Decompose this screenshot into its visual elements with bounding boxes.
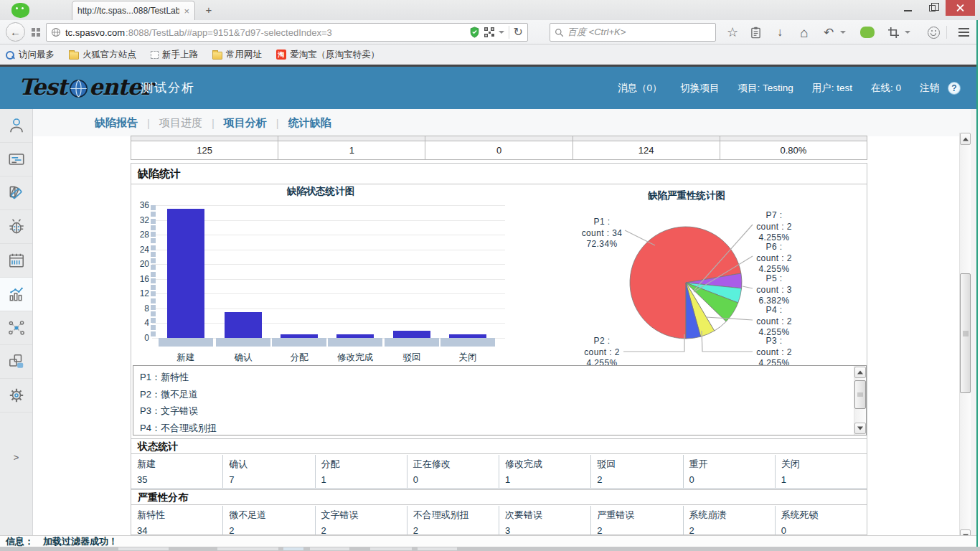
sidebar-item-user[interactable] xyxy=(0,109,32,143)
downloads-button[interactable]: ↓ xyxy=(771,24,789,40)
y-axis-tick: 4 xyxy=(133,317,149,329)
bar-确认 xyxy=(225,312,262,338)
column-header: 确认 xyxy=(223,455,315,471)
cell-value: 2 xyxy=(223,522,315,535)
severity-table-headers: 新特性微不足道文字错误不合理或别扭次要错误严重错误系统崩溃系统死锁 xyxy=(131,506,867,522)
help-icon[interactable]: ? xyxy=(948,82,961,95)
tab-close-icon[interactable]: × xyxy=(184,6,189,16)
sidebar-item-analysis[interactable] xyxy=(0,278,32,311)
panel-title: 缺陷统计 xyxy=(131,164,867,184)
scroll-up-button[interactable] xyxy=(960,133,971,145)
puzzle-icon xyxy=(7,352,26,371)
browser-tab[interactable]: http://tc.spas...088/TestLab/# × xyxy=(72,1,195,20)
status-table-title: 状态统计 xyxy=(131,438,867,454)
new-tab-button[interactable]: + xyxy=(201,4,217,16)
summary-header-strip xyxy=(131,136,867,141)
status-message: 加载过滤器成功！ xyxy=(43,536,118,547)
search-input[interactable]: 百度 <Ctrl+K> xyxy=(550,23,716,42)
header-link-2[interactable]: 项目: Testing xyxy=(738,82,793,95)
menu-button[interactable] xyxy=(954,24,973,40)
sidebar-item-traceability[interactable] xyxy=(0,311,32,345)
summary-value-2: 0 xyxy=(425,141,573,159)
scrollbar-thumb[interactable] xyxy=(854,380,866,409)
nav-tab-0[interactable]: 缺陷报告 xyxy=(95,116,138,130)
sidebar-item-defects[interactable] xyxy=(0,210,32,244)
nav-tab-3[interactable]: 统计缺陷 xyxy=(288,116,331,130)
pie-label-P7: count : 2 xyxy=(756,222,792,232)
page-scrollbar[interactable] xyxy=(959,133,971,542)
close-window-button[interactable] xyxy=(946,0,975,16)
feedback-button[interactable] xyxy=(924,24,943,40)
summary-value-0: 125 xyxy=(131,141,278,159)
screenshot-dropdown[interactable] xyxy=(903,24,913,40)
legend-scrollbar[interactable] xyxy=(854,366,866,435)
home-button[interactable]: ⌂ xyxy=(795,24,814,40)
module-nav-row: 缺陷报告|项目进度|项目分析|统计缺陷 xyxy=(33,109,976,136)
header-link-4[interactable]: 在线: 0 xyxy=(871,82,901,95)
pie-label-P2: P2 : xyxy=(594,336,611,346)
cell-value: 34 xyxy=(131,522,223,535)
cell-value: 2 xyxy=(591,522,683,535)
y-axis-tick: 12 xyxy=(133,288,149,299)
taobao-icon: 淘 xyxy=(276,50,286,60)
status-table-headers: 新建确认分配正在修改修改完成驳回重开关闭 xyxy=(131,455,867,471)
wechat-extension-button[interactable] xyxy=(858,24,877,40)
sidebar-item-testcases[interactable] xyxy=(0,176,32,210)
bug-icon xyxy=(7,217,26,236)
bookmark-item-0[interactable]: 访问最多 xyxy=(6,49,55,61)
defect-status-bar-chart: 缺陷状态统计图 04812162024283236新建确认分配修改完成驳回关闭 xyxy=(133,185,508,363)
bookmark-star-button[interactable]: ☆ xyxy=(723,24,742,40)
legend-item-1: P2：微不足道 xyxy=(133,386,844,403)
header-link-1[interactable]: 切换项目 xyxy=(680,82,719,95)
history-restore-button[interactable]: ↶ xyxy=(819,24,838,40)
scroll-up-button[interactable] xyxy=(854,367,866,378)
pie-label-P1: 72.34% xyxy=(586,239,617,249)
network-icon xyxy=(7,319,26,337)
scrollbar-thumb[interactable] xyxy=(960,273,971,393)
nav-tab-1[interactable]: 项目进度 xyxy=(159,116,202,130)
reload-icon[interactable]: ↻ xyxy=(514,27,523,38)
sidebar-expand-toggle[interactable]: > xyxy=(0,452,32,463)
column-header: 正在修改 xyxy=(407,455,499,471)
shield-icon[interactable] xyxy=(469,27,480,38)
header-link-0[interactable]: 消息（0） xyxy=(618,82,662,95)
pie-label-P6: P6 : xyxy=(766,242,783,252)
column-header: 文字错误 xyxy=(316,506,407,522)
library-button[interactable] xyxy=(746,24,765,40)
sidebar-item-plugins[interactable] xyxy=(0,345,32,379)
status-table-values: 357101201 xyxy=(131,471,867,489)
restore-icon xyxy=(929,5,936,11)
scroll-down-button[interactable] xyxy=(854,423,866,434)
sidebar-item-settings[interactable] xyxy=(0,379,32,413)
chevron-down-icon[interactable] xyxy=(499,31,504,34)
clipboard-icon xyxy=(750,27,761,39)
minimize-button[interactable] xyxy=(897,0,918,16)
column-header: 关闭 xyxy=(776,455,867,471)
screenshot-button[interactable] xyxy=(884,24,903,40)
column-header: 次要错误 xyxy=(499,506,591,522)
back-button[interactable]: ← xyxy=(6,22,25,42)
cell-value: 1 xyxy=(316,471,407,489)
column-header: 新建 xyxy=(131,455,223,471)
sidebar-item-schedule[interactable] xyxy=(0,244,32,278)
leader-line-P5 xyxy=(743,286,753,288)
bookmarks-bar: 访问最多火狐官方站点新手上路常用网址淘爱淘宝（原淘宝特卖） xyxy=(0,44,980,65)
bookmark-label: 爱淘宝（原淘宝特卖） xyxy=(290,49,380,61)
bookmark-item-3[interactable]: 常用网址 xyxy=(212,49,262,61)
column-header: 系统死锁 xyxy=(776,506,867,522)
bookmark-item-2[interactable]: 新手上路 xyxy=(151,49,198,61)
cell-value: 1 xyxy=(776,471,867,489)
nav-tab-2[interactable]: 项目分析 xyxy=(224,116,267,130)
pages-grid-icon[interactable] xyxy=(32,28,40,37)
bookmark-item-4[interactable]: 淘爱淘宝（原淘宝特卖） xyxy=(276,49,380,61)
bookmark-item-1[interactable]: 火狐官方站点 xyxy=(69,49,136,61)
url-bar[interactable]: tc.spasvo.com :8088/TestLab/#app=9151&7d… xyxy=(46,23,528,42)
column-header: 新特性 xyxy=(131,506,223,522)
restore-button[interactable] xyxy=(921,0,943,16)
sidebar-item-requirements[interactable] xyxy=(0,143,32,176)
qr-code-icon[interactable] xyxy=(484,27,494,37)
header-link-3[interactable]: 用户: test xyxy=(812,82,852,95)
header-link-5[interactable]: 注销 xyxy=(920,82,939,95)
history-dropdown[interactable] xyxy=(838,24,848,40)
cell-value: 2 xyxy=(316,522,407,535)
